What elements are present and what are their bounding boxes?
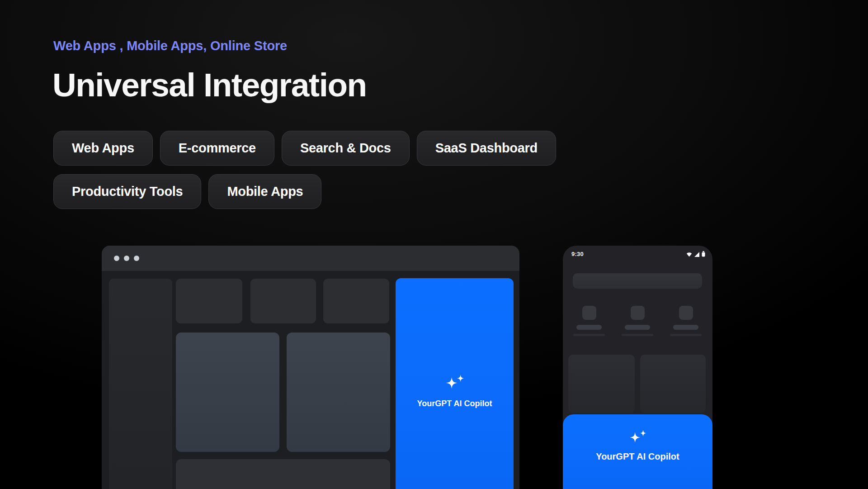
- mock-sidebar-panel: [109, 279, 172, 489]
- mock-feature-item: [573, 306, 605, 336]
- status-time: 9:30: [571, 251, 584, 257]
- battery-icon: [702, 251, 705, 257]
- mock-card: [640, 355, 706, 413]
- mock-text-line: [622, 334, 653, 336]
- sparkle-icon: [628, 429, 647, 446]
- status-icons: [686, 251, 705, 257]
- filter-row-2: Productivity Tools Mobile Apps: [53, 174, 556, 209]
- mock-search-bar: [573, 273, 702, 289]
- mock-card: [176, 332, 279, 452]
- browser-titlebar: [102, 246, 519, 271]
- mock-text-line: [573, 334, 605, 336]
- mock-text-line: [670, 334, 702, 336]
- window-control-dot-icon: [124, 256, 129, 261]
- wifi-icon: [686, 252, 692, 257]
- filter-saas-dashboard[interactable]: SaaS Dashboard: [417, 131, 556, 166]
- mock-card: [176, 459, 390, 489]
- browser-mockup: YourGPT AI Copilot: [102, 246, 519, 489]
- cellular-signal-icon: [694, 252, 700, 257]
- mock-text-bar: [625, 325, 650, 330]
- mock-feature-item: [670, 306, 702, 336]
- filter-ecommerce[interactable]: E-commerce: [160, 131, 274, 166]
- mock-card: [176, 279, 242, 323]
- phone-mockup: 9:30: [563, 246, 712, 489]
- page-title: Universal Integration: [52, 67, 367, 103]
- mock-card: [287, 332, 390, 452]
- copilot-panel: YourGPT AI Copilot: [563, 414, 712, 489]
- filter-row-1: Web Apps E-commerce Search & Docs SaaS D…: [53, 131, 556, 166]
- mock-app-icon: [582, 306, 596, 320]
- eyebrow-text: Web Apps , Mobile Apps, Online Store: [53, 38, 287, 53]
- mock-app-icon: [631, 306, 645, 320]
- category-filter-group: Web Apps E-commerce Search & Docs SaaS D…: [53, 131, 556, 209]
- copilot-panel: YourGPT AI Copilot: [396, 278, 514, 489]
- browser-content: YourGPT AI Copilot: [102, 271, 519, 489]
- filter-web-apps[interactable]: Web Apps: [53, 131, 153, 166]
- mock-text-bar: [576, 325, 602, 330]
- mock-feature-item: [621, 306, 654, 336]
- mock-card: [250, 279, 316, 323]
- mock-text-bar: [673, 325, 698, 330]
- filter-productivity-tools[interactable]: Productivity Tools: [53, 174, 201, 209]
- mock-card: [568, 355, 635, 413]
- phone-status-bar: 9:30: [571, 251, 705, 257]
- copilot-label: YourGPT AI Copilot: [563, 451, 712, 462]
- filter-mobile-apps[interactable]: Mobile Apps: [208, 174, 321, 209]
- mock-card: [323, 279, 389, 323]
- window-control-dot-icon: [134, 256, 139, 261]
- window-control-dot-icon: [114, 256, 119, 261]
- mock-app-icon: [679, 306, 693, 320]
- filter-search-docs[interactable]: Search & Docs: [282, 131, 410, 166]
- copilot-label: YourGPT AI Copilot: [396, 399, 514, 408]
- sparkle-icon: [444, 374, 465, 392]
